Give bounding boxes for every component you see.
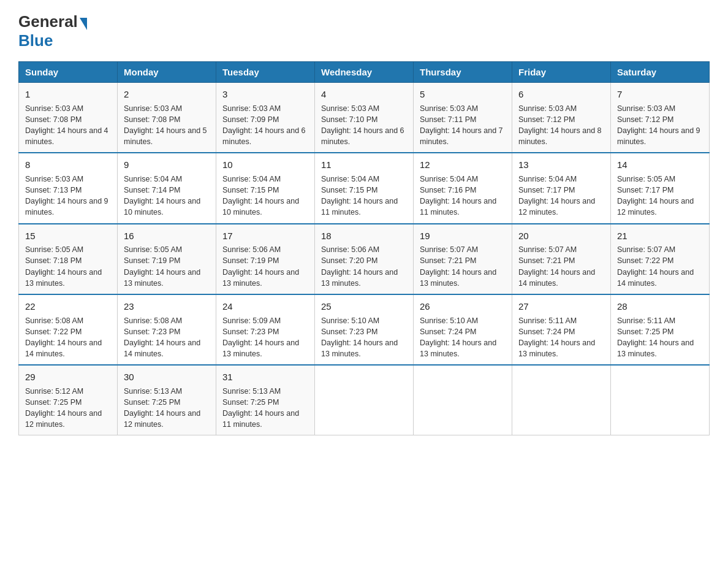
calendar-cell [414,365,512,435]
day-number: 27 [518,300,604,313]
weekday-header-friday: Friday [512,62,611,83]
day-number: 18 [321,229,407,243]
day-info: Sunrise: 5:04 AMSunset: 7:17 PMDaylight:… [518,174,604,218]
day-number: 19 [420,229,506,243]
day-number: 21 [617,229,703,243]
calendar-cell: 26Sunrise: 5:10 AMSunset: 7:24 PMDayligh… [414,294,512,365]
logo-blue-text: Blue [18,31,53,50]
calendar-cell: 1Sunrise: 5:03 AMSunset: 7:08 PMDaylight… [19,83,118,153]
day-info: Sunrise: 5:08 AMSunset: 7:22 PMDaylight:… [25,315,111,360]
calendar-cell: 28Sunrise: 5:11 AMSunset: 7:25 PMDayligh… [611,294,710,365]
day-info: Sunrise: 5:04 AMSunset: 7:16 PMDaylight:… [420,174,506,218]
calendar-week-row: 1Sunrise: 5:03 AMSunset: 7:08 PMDaylight… [19,83,710,153]
calendar-cell: 30Sunrise: 5:13 AMSunset: 7:25 PMDayligh… [118,365,216,435]
day-number: 9 [124,158,210,172]
calendar-cell: 16Sunrise: 5:05 AMSunset: 7:19 PMDayligh… [118,224,216,294]
weekday-header-tuesday: Tuesday [216,62,315,83]
day-number: 12 [420,158,506,172]
calendar-cell: 27Sunrise: 5:11 AMSunset: 7:24 PMDayligh… [512,294,611,365]
calendar-week-row: 15Sunrise: 5:05 AMSunset: 7:18 PMDayligh… [19,224,710,294]
day-number: 2 [124,88,210,101]
day-info: Sunrise: 5:06 AMSunset: 7:19 PMDaylight:… [222,244,308,289]
calendar-cell [512,365,611,435]
day-info: Sunrise: 5:03 AMSunset: 7:08 PMDaylight:… [124,103,210,148]
calendar-week-row: 22Sunrise: 5:08 AMSunset: 7:22 PMDayligh… [19,294,710,365]
logo-triangle-icon [80,18,87,30]
weekday-header-wednesday: Wednesday [315,62,414,83]
calendar-cell: 6Sunrise: 5:03 AMSunset: 7:12 PMDaylight… [512,83,611,153]
day-number: 13 [518,158,604,172]
day-info: Sunrise: 5:05 AMSunset: 7:19 PMDaylight:… [124,244,210,289]
day-info: Sunrise: 5:03 AMSunset: 7:08 PMDaylight:… [25,103,111,148]
calendar-cell: 25Sunrise: 5:10 AMSunset: 7:23 PMDayligh… [315,294,414,365]
day-number: 4 [321,88,407,101]
calendar-cell: 8Sunrise: 5:03 AMSunset: 7:13 PMDaylight… [19,153,118,223]
calendar-cell [611,365,710,435]
day-info: Sunrise: 5:03 AMSunset: 7:10 PMDaylight:… [321,103,407,148]
day-info: Sunrise: 5:13 AMSunset: 7:25 PMDaylight:… [222,386,308,431]
day-number: 26 [420,300,506,313]
day-number: 1 [25,88,111,101]
calendar-cell: 3Sunrise: 5:03 AMSunset: 7:09 PMDaylight… [216,83,315,153]
calendar-cell: 5Sunrise: 5:03 AMSunset: 7:11 PMDaylight… [414,83,512,153]
calendar-week-row: 8Sunrise: 5:03 AMSunset: 7:13 PMDaylight… [19,153,710,223]
day-info: Sunrise: 5:03 AMSunset: 7:12 PMDaylight:… [617,103,703,148]
calendar-cell: 2Sunrise: 5:03 AMSunset: 7:08 PMDaylight… [118,83,216,153]
calendar-cell: 29Sunrise: 5:12 AMSunset: 7:25 PMDayligh… [19,365,118,435]
day-number: 11 [321,158,407,172]
day-number: 30 [124,370,210,384]
day-number: 8 [25,158,111,172]
calendar-cell: 31Sunrise: 5:13 AMSunset: 7:25 PMDayligh… [216,365,315,435]
day-info: Sunrise: 5:06 AMSunset: 7:20 PMDaylight:… [321,244,407,289]
day-info: Sunrise: 5:11 AMSunset: 7:25 PMDaylight:… [617,315,703,360]
day-info: Sunrise: 5:12 AMSunset: 7:25 PMDaylight:… [25,386,111,431]
day-number: 31 [222,370,308,384]
calendar-cell [315,365,414,435]
calendar-cell: 19Sunrise: 5:07 AMSunset: 7:21 PMDayligh… [414,224,512,294]
calendar-cell: 18Sunrise: 5:06 AMSunset: 7:20 PMDayligh… [315,224,414,294]
day-info: Sunrise: 5:03 AMSunset: 7:11 PMDaylight:… [420,103,506,148]
day-info: Sunrise: 5:04 AMSunset: 7:15 PMDaylight:… [321,174,407,218]
day-info: Sunrise: 5:07 AMSunset: 7:21 PMDaylight:… [518,244,604,289]
calendar-table: SundayMondayTuesdayWednesdayThursdayFrid… [18,61,710,435]
day-number: 28 [617,300,703,313]
day-info: Sunrise: 5:13 AMSunset: 7:25 PMDaylight:… [124,386,210,431]
day-number: 22 [25,300,111,313]
weekday-header-saturday: Saturday [611,62,710,83]
calendar-cell: 20Sunrise: 5:07 AMSunset: 7:21 PMDayligh… [512,224,611,294]
day-number: 25 [321,300,407,313]
day-number: 7 [617,88,703,101]
weekday-header-sunday: Sunday [19,62,118,83]
calendar-cell: 9Sunrise: 5:04 AMSunset: 7:14 PMDaylight… [118,153,216,223]
day-info: Sunrise: 5:11 AMSunset: 7:24 PMDaylight:… [518,315,604,360]
day-info: Sunrise: 5:03 AMSunset: 7:13 PMDaylight:… [25,174,111,218]
weekday-header-thursday: Thursday [414,62,512,83]
day-number: 20 [518,229,604,243]
day-info: Sunrise: 5:05 AMSunset: 7:18 PMDaylight:… [25,244,111,289]
weekday-header-row: SundayMondayTuesdayWednesdayThursdayFrid… [19,62,710,83]
day-number: 10 [222,158,308,172]
day-number: 15 [25,229,111,243]
calendar-cell: 24Sunrise: 5:09 AMSunset: 7:23 PMDayligh… [216,294,315,365]
calendar-cell: 4Sunrise: 5:03 AMSunset: 7:10 PMDaylight… [315,83,414,153]
calendar-cell: 23Sunrise: 5:08 AMSunset: 7:23 PMDayligh… [118,294,216,365]
day-info: Sunrise: 5:04 AMSunset: 7:15 PMDaylight:… [222,174,308,218]
day-number: 29 [25,370,111,384]
day-info: Sunrise: 5:04 AMSunset: 7:14 PMDaylight:… [124,174,210,218]
logo: General Blue [18,12,87,50]
calendar-cell: 12Sunrise: 5:04 AMSunset: 7:16 PMDayligh… [414,153,512,223]
page-header: General Blue [18,12,710,50]
day-number: 14 [617,158,703,172]
day-number: 6 [518,88,604,101]
day-info: Sunrise: 5:10 AMSunset: 7:24 PMDaylight:… [420,315,506,360]
day-number: 5 [420,88,506,101]
calendar-cell: 21Sunrise: 5:07 AMSunset: 7:22 PMDayligh… [611,224,710,294]
day-number: 17 [222,229,308,243]
day-number: 23 [124,300,210,313]
calendar-cell: 10Sunrise: 5:04 AMSunset: 7:15 PMDayligh… [216,153,315,223]
calendar-cell: 13Sunrise: 5:04 AMSunset: 7:17 PMDayligh… [512,153,611,223]
calendar-week-row: 29Sunrise: 5:12 AMSunset: 7:25 PMDayligh… [19,365,710,435]
logo-general-text: General [18,12,78,31]
day-info: Sunrise: 5:05 AMSunset: 7:17 PMDaylight:… [617,174,703,218]
weekday-header-monday: Monday [118,62,216,83]
